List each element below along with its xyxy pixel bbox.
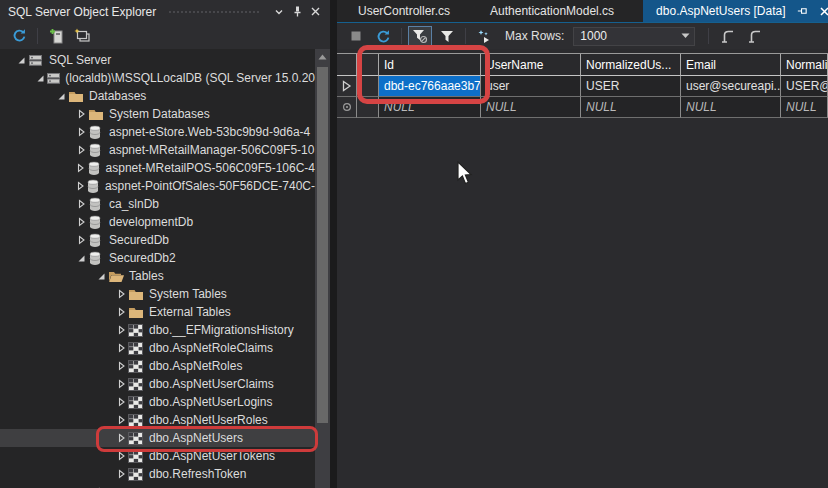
expander-expanded-icon[interactable]	[34, 71, 46, 85]
add-server-group-button[interactable]	[71, 26, 93, 46]
tree-item[interactable]: aspnet-PointOfSales-50F56DCE-740C-	[0, 177, 315, 195]
tree-item-label: aspnet-PointOfSales-50F56DCE-740C-	[105, 179, 315, 193]
column-header[interactable]: Email	[681, 54, 781, 76]
scrollbar-thumb[interactable]	[317, 67, 328, 423]
expander-collapsed-icon[interactable]	[74, 233, 88, 247]
filter-icon	[440, 30, 454, 43]
new-row-indicator[interactable]	[337, 97, 357, 118]
expander-collapsed-icon[interactable]	[114, 449, 128, 463]
grid-blank-cell[interactable]	[357, 76, 379, 97]
expander-collapsed-icon[interactable]	[74, 179, 86, 193]
expander-collapsed-icon[interactable]	[114, 431, 128, 445]
results-grid: IdUserNameNormalizedUs...EmailNormalidbd…	[337, 53, 828, 118]
tree-item[interactable]: (localdb)\MSSQLLocalDB (SQL Server 15.0.…	[0, 69, 315, 87]
tab-aspnetusers-data[interactable]: dbo.AspNetUsers [Data]	[643, 0, 828, 22]
grid-cell[interactable]: NULL	[681, 97, 781, 118]
expander-collapsed-icon[interactable]	[114, 287, 128, 301]
chevron-down-icon[interactable]	[270, 3, 288, 21]
tree-item-label: Databases	[89, 89, 146, 103]
expander-expanded-icon[interactable]	[94, 269, 108, 283]
tree-item[interactable]: dbo.AspNetUserRoles	[0, 411, 315, 429]
max-rows-dropdown[interactable]: 1000	[573, 27, 695, 46]
script-changes-button[interactable]	[472, 26, 496, 47]
expander-collapsed-icon[interactable]	[74, 107, 88, 121]
grid-blank-cell[interactable]	[357, 97, 379, 118]
tree-item[interactable]: Databases	[0, 87, 315, 105]
add-sql-server-button[interactable]	[45, 26, 67, 46]
grid-corner-cell[interactable]	[337, 54, 357, 76]
close-icon[interactable]	[818, 4, 828, 18]
table-icon	[128, 322, 146, 338]
expander-collapsed-icon[interactable]	[114, 323, 128, 337]
tree-item-label: dbo.AspNetUserRoles	[149, 413, 268, 427]
grid-cell[interactable]: user@secureapi...	[681, 76, 781, 97]
tree-item[interactable]: dbo.AspNetUserTokens	[0, 447, 315, 465]
tree-item[interactable]: SecuredDb	[0, 231, 315, 249]
tree-item[interactable]: dbo.RefreshToken	[0, 465, 315, 483]
pin-icon[interactable]	[288, 3, 306, 21]
script-button[interactable]	[715, 26, 739, 47]
tree-item[interactable]: ca_slnDb	[0, 195, 315, 213]
tree-item[interactable]: dbo.AspNetUserClaims	[0, 375, 315, 393]
tree-item[interactable]: SecuredDb2	[0, 249, 315, 267]
tree-item[interactable]: dbo.__EFMigrationsHistory	[0, 321, 315, 339]
expander-expanded-icon[interactable]	[54, 89, 68, 103]
clear-filter-button[interactable]	[408, 26, 432, 47]
tree-item[interactable]: dbo.AspNetRoleClaims	[0, 339, 315, 357]
close-icon[interactable]	[306, 3, 324, 21]
tree-scrollbar[interactable]	[315, 49, 330, 488]
expander-collapsed-icon[interactable]	[114, 395, 128, 409]
filter-button[interactable]	[435, 26, 459, 47]
tree-item[interactable]: Tables	[0, 267, 315, 285]
expander-collapsed-icon[interactable]	[74, 143, 88, 157]
refresh-button[interactable]	[371, 26, 395, 47]
tree-item[interactable]: aspnet-MRetailManager-506C09F5-10	[0, 141, 315, 159]
grid-cell[interactable]: user	[481, 76, 581, 97]
grid-cell[interactable]: USER@S	[781, 76, 828, 97]
tree-item[interactable]	[0, 483, 315, 488]
tree-item[interactable]: External Tables	[0, 303, 315, 321]
scroll-up-icon[interactable]	[315, 49, 330, 64]
grid-cell[interactable]: dbd-ec766aae3b7c	[379, 76, 481, 97]
column-header[interactable]: Normali	[781, 54, 828, 76]
pin-icon[interactable]	[795, 4, 809, 18]
grid-cell[interactable]: NULL	[379, 97, 481, 118]
current-row-indicator[interactable]	[337, 76, 357, 97]
tree-item[interactable]: aspnet-MRetailPOS-506C09F5-106C-4	[0, 159, 315, 177]
expander-collapsed-icon[interactable]	[74, 125, 88, 139]
tree-item[interactable]: developmentDb	[0, 213, 315, 231]
grid-cell[interactable]: USER	[581, 76, 681, 97]
tree-item[interactable]: System Databases	[0, 105, 315, 123]
column-header[interactable]: Id	[379, 54, 481, 76]
refresh-button[interactable]	[8, 26, 30, 46]
column-header[interactable]: UserName	[481, 54, 581, 76]
expander-collapsed-icon[interactable]	[114, 413, 128, 427]
tree-item[interactable]: SQL Server	[0, 51, 315, 69]
expander-collapsed-icon[interactable]	[114, 377, 128, 391]
expander-expanded-icon[interactable]	[14, 53, 28, 67]
script-to-file-button[interactable]	[742, 26, 766, 47]
expander-expanded-icon[interactable]	[74, 251, 88, 265]
tab-authenticationmodel[interactable]: AuthenticationModel.cs	[477, 0, 627, 22]
expander-collapsed-icon[interactable]	[74, 161, 87, 175]
tree-item[interactable]: aspnet-eStore.Web-53bc9b9d-9d6a-4	[0, 123, 315, 141]
expander-collapsed-icon[interactable]	[74, 197, 88, 211]
grid-cell[interactable]: NULL	[481, 97, 581, 118]
tree-item[interactable]: dbo.AspNetUsers	[0, 429, 315, 447]
tree-item[interactable]: dbo.AspNetUserLogins	[0, 393, 315, 411]
tree-item[interactable]: dbo.AspNetRoles	[0, 357, 315, 375]
expander-collapsed-icon[interactable]	[114, 467, 128, 481]
expander-collapsed-icon[interactable]	[74, 215, 88, 229]
tree-item[interactable]: System Tables	[0, 285, 315, 303]
column-header[interactable]: NormalizedUs...	[581, 54, 681, 76]
expander-collapsed-icon[interactable]	[114, 359, 128, 373]
drag-grip	[168, 10, 260, 15]
grid-cell[interactable]: NULL	[781, 97, 828, 118]
grid-cell[interactable]: NULL	[581, 97, 681, 118]
stop-button[interactable]	[344, 26, 368, 47]
tab-usercontroller[interactable]: UserController.cs	[345, 0, 463, 22]
grid-blank-header-cell[interactable]	[357, 54, 379, 76]
expander-collapsed-icon[interactable]	[114, 341, 128, 355]
expander-collapsed-icon[interactable]	[114, 305, 128, 319]
panel-splitter[interactable]	[330, 0, 337, 488]
